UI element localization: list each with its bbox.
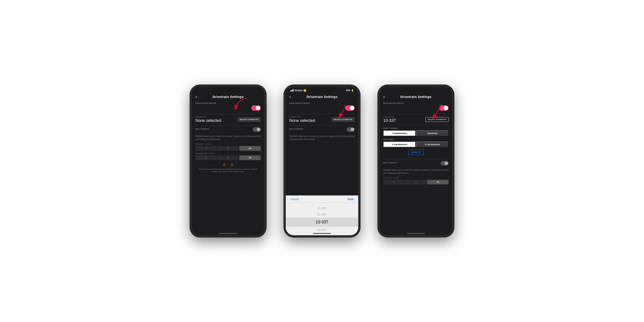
upshift-buttons-1: 2 3 All bbox=[196, 146, 261, 151]
phone-3-screen: ‹ Drivetrain Settings ENHANCED MODE bbox=[380, 87, 452, 235]
divider-1a bbox=[196, 114, 261, 114]
multishift-label-2: MULTISHIFT bbox=[289, 128, 304, 130]
divider-3a bbox=[383, 114, 448, 114]
cassette-label-2: CASSETTE bbox=[289, 116, 315, 118]
cassette-picker: Cancel Save 10-26T 10-28T 10-33T 10-36T bbox=[286, 196, 358, 235]
upshift-label-1: UPSHIFT COGS bbox=[196, 143, 261, 145]
option-1cog-btn[interactable]: 1 Cog Maximum bbox=[383, 142, 416, 147]
downshift-3-btn-1[interactable]: 3 bbox=[217, 156, 239, 160]
cassette-value-1: None selected bbox=[196, 118, 221, 123]
phone-3-wrapper: ‹ Drivetrain Settings ENHANCED MODE bbox=[378, 85, 454, 237]
phone-1-screen: ‹ Drivetrain Settings ENHANCED MODE bbox=[192, 87, 264, 235]
back-button-1[interactable]: ‹ bbox=[196, 94, 197, 99]
upshift-all-btn-3[interactable]: All bbox=[427, 180, 448, 184]
side-button-mute bbox=[190, 107, 190, 115]
back-button-3[interactable]: ‹ bbox=[383, 94, 385, 99]
cassette-label-1: CASSETTE bbox=[196, 116, 221, 118]
multishift-row-2: MULTISHIFT bbox=[289, 127, 355, 132]
divider-3b bbox=[383, 125, 448, 126]
enhanced-mode-toggle-3[interactable] bbox=[439, 105, 448, 111]
upshift-2-btn-3[interactable]: 2 bbox=[383, 180, 405, 184]
multishift-description-3: Multishift allows you to select the numb… bbox=[383, 168, 448, 175]
phone-2-screen: Verizon 📶 12:23 PM 34% 🔋 ‹ Drivetrain Se… bbox=[286, 87, 358, 235]
option-2cog-btn[interactable]: 2 Cog Maximum bbox=[416, 142, 448, 147]
enhanced-mode-row-3 bbox=[383, 105, 448, 111]
upshift-all-btn-1[interactable]: All bbox=[239, 146, 261, 151]
multishift-toggle-2[interactable] bbox=[346, 127, 355, 132]
multishift-row-3: MULTISHIFT bbox=[383, 161, 448, 166]
multishift-knob-2 bbox=[350, 128, 354, 131]
picker-item-3[interactable]: 10-36T bbox=[286, 227, 358, 233]
picker-item-1[interactable]: 10-28T bbox=[286, 211, 358, 218]
picker-item-0[interactable]: 10-26T bbox=[286, 205, 358, 211]
carrier-name-2: Verizon bbox=[294, 89, 302, 92]
enhanced-mode-label-1: ENHANCED MODE bbox=[196, 102, 261, 104]
battery-icon-2: 🔋 bbox=[351, 89, 354, 92]
signal-bars-2 bbox=[290, 89, 294, 92]
warning-row-1: ⚠ ⚠ bbox=[196, 162, 261, 166]
enhanced-mode-row-1 bbox=[196, 105, 261, 111]
multishift-toggle-1[interactable] bbox=[253, 127, 261, 132]
downshift-label-1: DOWNSHIFT COGS bbox=[196, 152, 261, 154]
info-icon: i bbox=[418, 151, 421, 154]
options-buttons-3: 1 Cog Maximum 2 Cog Maximum bbox=[383, 142, 448, 147]
warning-icon-1: ⚠ bbox=[223, 162, 226, 166]
downshift-2-btn-1[interactable]: 2 bbox=[196, 156, 217, 160]
cassette-value-2: None selected bbox=[289, 118, 315, 123]
multishift-label-3: MULTISHIFT bbox=[383, 162, 397, 164]
wifi-icon-2: 📶 bbox=[304, 89, 306, 92]
shift-sequential-btn[interactable]: Sequential bbox=[416, 130, 448, 136]
cassette-container-3: CASSETTE 10-33T SELECT CASSETTE bbox=[383, 116, 448, 123]
status-time-2: 12:23 PM bbox=[321, 89, 332, 92]
cassette-left-2: CASSETTE None selected bbox=[289, 116, 315, 123]
select-cassette-button-2[interactable]: SELECT CASSETTE bbox=[332, 117, 355, 122]
cassette-row-1: CASSETTE None selected SELECT CASSETTE bbox=[196, 116, 261, 123]
enhanced-mode-toggle-2[interactable] bbox=[345, 105, 355, 111]
upshift-3-btn-3[interactable]: 3 bbox=[405, 180, 427, 184]
more-label: MORE bbox=[411, 151, 417, 154]
side-button-vol-up-2 bbox=[284, 118, 284, 130]
upshift-2-btn-1[interactable]: 2 bbox=[196, 146, 217, 151]
battery-area-2: 34% 🔋 bbox=[346, 89, 354, 92]
multishift-description-1: Multishift allows you to select the numb… bbox=[196, 135, 261, 141]
bar1 bbox=[290, 90, 291, 92]
carrier-area-2: Verizon 📶 bbox=[290, 89, 306, 92]
side-button-power-3 bbox=[454, 120, 454, 138]
side-button-power-2 bbox=[360, 120, 360, 138]
back-button-2[interactable]: ‹ bbox=[289, 94, 291, 99]
page-title-2: Drivetrain Settings bbox=[306, 95, 338, 98]
picker-save-btn[interactable]: Save bbox=[348, 198, 354, 201]
select-cassette-button-3[interactable]: SELECT CASSETTE bbox=[425, 117, 448, 122]
enhanced-mode-toggle-1[interactable] bbox=[251, 105, 261, 111]
divider-1b bbox=[196, 125, 261, 126]
battery-percent-2: 34% bbox=[346, 89, 350, 92]
picker-item-2[interactable]: 10-33T bbox=[286, 218, 358, 227]
cassette-left-3: CASSETTE 10-33T bbox=[383, 116, 396, 123]
enhanced-mode-label-3: ENHANCED MODE bbox=[383, 102, 448, 104]
nav-header-2: ‹ Drivetrain Settings bbox=[286, 93, 358, 100]
divider-3c bbox=[383, 159, 448, 159]
content-1: ENHANCED MODE CASSETTE None selected SEL… bbox=[192, 100, 264, 175]
multishift-description-2: Multishift allows you to select the numb… bbox=[289, 135, 355, 141]
content-2: ENHANCED MODE bbox=[286, 100, 358, 145]
toggle-knob-2 bbox=[350, 106, 354, 110]
picker-header: Cancel Save bbox=[286, 196, 358, 203]
more-button[interactable]: MORE i bbox=[408, 150, 424, 155]
divider-2a bbox=[289, 114, 355, 114]
warning-text-1: To preserve your SRAM warranty, Multishi… bbox=[196, 168, 261, 173]
upshift-label-3: UPSHIFT COGS bbox=[383, 177, 448, 179]
select-cassette-button-1[interactable]: SELECT CASSETTE bbox=[238, 117, 261, 122]
multishift-label-1: MULTISHIFT bbox=[196, 128, 210, 130]
divider-2b bbox=[289, 125, 355, 126]
phone-2-wrapper: Verizon 📶 12:23 PM 34% 🔋 ‹ Drivetrain Se… bbox=[284, 85, 360, 237]
multishift-toggle-3[interactable] bbox=[440, 161, 448, 166]
upshift-3-btn-1[interactable]: 3 bbox=[217, 146, 239, 151]
phone-2: Verizon 📶 12:23 PM 34% 🔋 ‹ Drivetrain Se… bbox=[284, 85, 360, 237]
picker-cancel-btn[interactable]: Cancel bbox=[290, 198, 298, 201]
cassette-label-3: CASSETTE bbox=[383, 116, 396, 118]
multishift-knob-3 bbox=[444, 162, 448, 165]
shift-compensating-btn[interactable]: Compensating bbox=[383, 130, 416, 136]
side-button-vol-up-3 bbox=[378, 118, 378, 130]
picker-items: 10-26T 10-28T 10-33T 10-36T bbox=[286, 203, 358, 235]
downshift-all-btn-1[interactable]: All bbox=[239, 156, 261, 160]
